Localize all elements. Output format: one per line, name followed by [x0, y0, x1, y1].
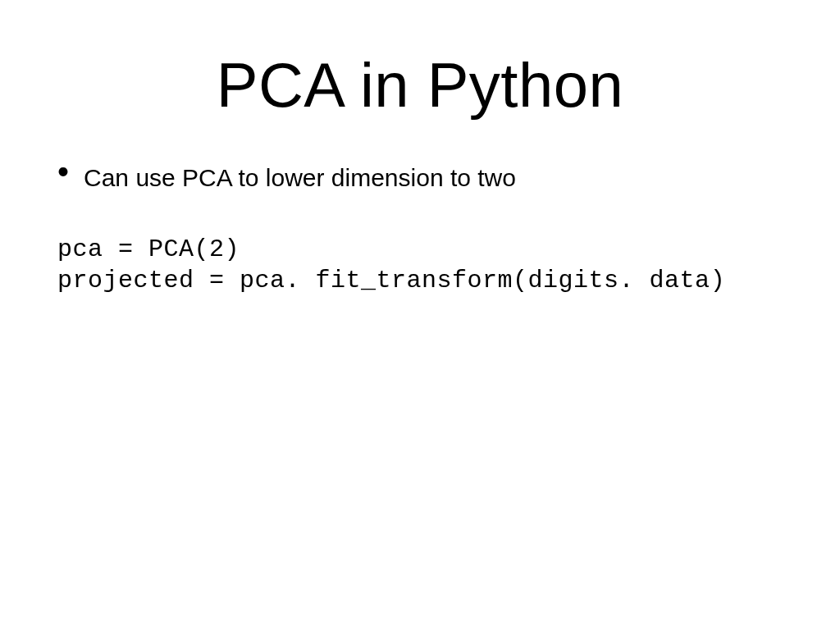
slide: PCA in Python • Can use PCA to lower dim… — [0, 0, 840, 630]
bullet-dot-icon: • — [57, 163, 69, 180]
code-block: pca = PCA(2) projected = pca. fit_transf… — [57, 234, 791, 296]
bullet-item: • Can use PCA to lower dimension to two — [57, 162, 791, 193]
code-line-1: pca = PCA(2) — [57, 235, 240, 263]
slide-title: PCA in Python — [49, 49, 791, 121]
code-line-2: projected = pca. fit_transform(digits. d… — [57, 267, 725, 294]
bullet-text: Can use PCA to lower dimension to two — [84, 162, 516, 193]
